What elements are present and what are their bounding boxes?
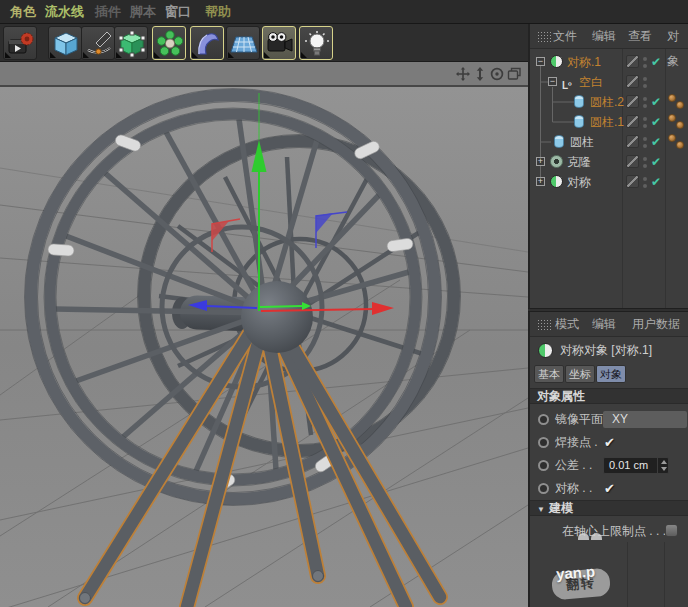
layer-toggle[interactable] [626,55,639,68]
material-tag-icon[interactable] [668,134,676,142]
object-name[interactable]: 圆柱.2 [590,92,624,112]
material-tag-icon[interactable] [676,141,684,149]
tolerance-field[interactable]: 0.01 cm [603,457,669,474]
layer-toggle[interactable] [626,135,639,148]
visibility-dots[interactable] [643,96,647,111]
menu-help[interactable]: 帮助 [205,0,231,24]
object-name[interactable]: 对称.1 [567,52,601,72]
tolerance-row: 公差 . . 0.01 cm [530,454,688,477]
deformer-icon[interactable] [190,26,224,60]
tolerance-value[interactable]: 0.01 cm [609,458,648,473]
object-row[interactable]: 圆柱 ✔ [530,132,688,152]
stepper-arrows-icon[interactable] [657,458,668,473]
symmetric-checkbox[interactable]: ✔ [604,477,615,500]
material-tag-icon[interactable] [676,101,684,109]
light-icon[interactable] [299,26,333,60]
object-name[interactable]: 圆柱 [570,132,594,152]
mirror-plane-label: 镜像平面 [555,408,603,431]
viewport-canvas[interactable] [0,87,528,607]
cube-primitive-icon[interactable] [48,26,82,60]
visibility-dots[interactable] [643,116,647,131]
layer-toggle[interactable] [626,75,639,88]
menu-plugins[interactable]: 插件 [95,0,121,24]
rotate-icon[interactable] [489,66,505,82]
object-title: 对称对象 [对称.1] [560,338,652,362]
enable-check-icon[interactable]: ✔ [651,132,661,152]
am-menu-userdata[interactable]: 用户数据 [632,312,680,337]
section-modeling[interactable]: ▼建模 [530,500,688,516]
cylinder-icon [574,95,584,108]
visibility-dots[interactable] [643,156,647,171]
enable-check-icon[interactable]: ✔ [651,92,661,112]
object-name[interactable]: 圆柱.1 [590,112,624,132]
object-row[interactable]: − 对称.1 ✔ [530,52,688,72]
mirror-plane-dropdown[interactable]: XY [603,411,687,428]
maximize-icon[interactable] [506,66,522,82]
tab-basic[interactable]: 基本 [534,365,564,383]
pen-spline-icon[interactable] [81,26,115,60]
section-object-properties[interactable]: 对象属性 [530,388,688,404]
expand-icon[interactable]: + [536,157,545,166]
floor-grid-icon[interactable] [226,26,260,60]
keyframe-ring-icon[interactable] [538,437,549,448]
object-name[interactable]: 克隆 [567,152,591,172]
enable-check-icon[interactable]: ✔ [651,172,661,192]
visibility-dots[interactable] [643,136,647,151]
object-row[interactable]: + 对称 ✔ [530,172,688,192]
collapse-icon[interactable]: − [536,57,545,66]
layer-toggle[interactable] [626,175,639,188]
clamp-points-row: 在轴心上限制点 . . . [530,520,688,543]
application-window: 角色 流水线 插件 脚本 窗口 帮助 [0,0,688,607]
pan-icon[interactable] [455,66,471,82]
enable-check-icon[interactable]: ✔ [651,152,661,172]
menu-script[interactable]: 脚本 [130,0,156,24]
layer-toggle[interactable] [626,115,639,128]
object-name[interactable]: 对称 [567,172,591,192]
object-name[interactable]: 空白 [579,72,603,92]
collapse-icon[interactable]: − [548,77,557,86]
visibility-dots[interactable] [643,76,647,91]
menu-pipeline[interactable]: 流水线 [45,0,84,24]
expand-icon[interactable]: + [536,177,545,186]
cylinder-icon [554,135,564,148]
am-menu-edit[interactable]: 编辑 [592,312,616,337]
camera-icon[interactable] [262,26,296,60]
am-menu-mode[interactable]: 模式 [555,312,579,337]
object-title-row: 对称对象 [对称.1] [530,338,688,362]
symmetry-icon [550,55,563,68]
material-tag-icon[interactable] [668,114,676,122]
null-icon [562,75,575,88]
material-tag-icon[interactable] [668,94,676,102]
weld-points-row: 焊接点 . ✔ [530,431,688,454]
object-row[interactable]: − 空白 [530,72,688,92]
array-generator-icon[interactable] [152,26,186,60]
weld-points-checkbox[interactable]: ✔ [604,431,615,454]
render-settings-icon[interactable] [3,26,37,60]
tab-coords[interactable]: 坐标 [565,365,595,383]
watermark: yan.p [555,563,595,583]
clamp-points-checkbox[interactable] [665,524,678,537]
layer-toggle[interactable] [626,95,639,108]
dolly-icon[interactable] [472,66,488,82]
enable-check-icon[interactable]: ✔ [651,52,661,72]
menu-character[interactable]: 角色 [10,0,36,24]
tab-object[interactable]: 对象 [596,365,626,383]
editable-object-icon[interactable] [114,26,148,60]
object-row[interactable]: 圆柱.2 ✔ [530,92,688,112]
symmetry-icon [550,175,563,188]
keyframe-ring-icon[interactable] [538,483,549,494]
keyframe-ring-icon[interactable] [538,460,549,471]
material-tag-icon[interactable] [676,121,684,129]
layer-toggle[interactable] [626,155,639,168]
visibility-dots[interactable] [643,56,647,71]
object-row[interactable]: 圆柱.1 ✔ [530,112,688,132]
panel-grip-icon[interactable] [537,319,552,331]
keyframe-ring-icon[interactable] [538,414,549,425]
attribute-manager: 模式 编辑 用户数据 对称对象 [对称.1] 基本 坐标 对象 对象属性 镜像平… [528,312,688,607]
object-row[interactable]: + 克隆 ✔ [530,152,688,172]
visibility-dots[interactable] [643,176,647,191]
symmetry-icon [538,343,553,358]
watermark-decoration [578,533,589,540]
menu-window[interactable]: 窗口 [165,0,191,24]
enable-check-icon[interactable]: ✔ [651,112,661,132]
